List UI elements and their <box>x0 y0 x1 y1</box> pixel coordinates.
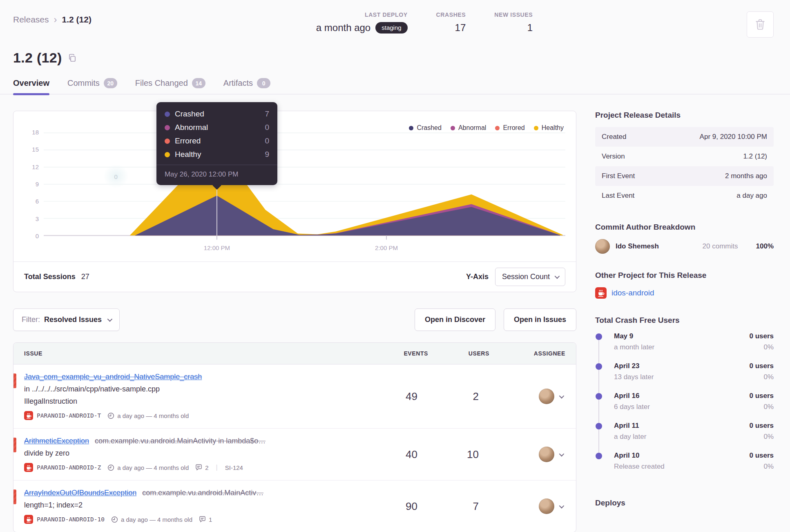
issue-title-link[interactable]: ArrayIndexOutOfBoundsException <box>24 489 136 497</box>
issues-filter-dropdown[interactable]: Filter: Resolved Issues <box>13 308 120 331</box>
coffee-cup-icon <box>24 515 33 524</box>
crashfree-item: April 230 users 13 days later0% <box>595 362 774 392</box>
legend-crashed: Crashed <box>409 124 441 132</box>
legend-healthy: Healthy <box>534 124 564 132</box>
clock-icon <box>107 412 114 419</box>
issues-table-header: ISSUE EVENTS USERS ASSIGNEE <box>13 343 576 364</box>
col-users: USERS <box>428 350 489 357</box>
crashfree-item: April 160 users 6 days later0% <box>595 392 774 422</box>
clock-icon <box>111 516 118 523</box>
copy-icon <box>68 54 77 63</box>
release-stats: LAST DEPLOY a month ago staging CRASHES … <box>316 11 533 34</box>
assignee-avatar[interactable] <box>539 447 554 462</box>
issue-users-count: 2 <box>428 373 489 420</box>
detail-created: CreatedApr 9, 2020 10:00 PM <box>595 127 774 147</box>
stat-crashes-value: 17 <box>436 22 466 34</box>
legend-errored: Errored <box>495 124 524 132</box>
legend-crashed-label: Crashed <box>417 124 441 132</box>
tab-overview[interactable]: Overview <box>13 78 49 94</box>
timeline-dot-icon <box>596 363 602 370</box>
tooltip-row-abnormal: Abnormal 0 <box>165 123 269 132</box>
issue-comments[interactable]: 2 <box>195 464 208 471</box>
tooltip-errored-dot <box>165 139 170 144</box>
tooltip-healthy-dot <box>165 152 170 157</box>
stat-crashes-label: CRASHES <box>436 11 466 18</box>
issue-age: a day ago — 4 months old <box>107 412 189 419</box>
timeline-dot-icon <box>596 423 602 429</box>
legend-abnormal: Abnormal <box>451 124 486 132</box>
breadcrumb-releases-link[interactable]: Releases <box>13 15 49 25</box>
timeline-dot-icon <box>596 393 602 400</box>
other-project-link-row: idos-android <box>595 287 774 299</box>
project-badge[interactable]: PARANOID-ANDROID-10 <box>24 515 105 524</box>
issue-title-link[interactable]: ArithmeticException <box>24 437 89 445</box>
coffee-cup-icon <box>595 287 607 299</box>
issue-events-count: 90 <box>367 489 428 524</box>
tooltip-row-errored: Errored 0 <box>165 136 269 145</box>
tab-commits[interactable]: Commits 20 <box>67 78 117 94</box>
tab-commits-badge: 20 <box>104 78 117 88</box>
assignee-dropdown-chevron-icon[interactable] <box>559 451 565 456</box>
issue-events-count: 40 <box>367 437 428 472</box>
copy-version-button[interactable] <box>68 54 77 63</box>
assignee-dropdown-chevron-icon[interactable] <box>559 503 565 508</box>
issue-users-count: 10 <box>428 437 489 472</box>
detail-version: Version1.2 (12) <box>595 147 774 166</box>
resolved-marker <box>13 373 16 388</box>
open-in-discover-button[interactable]: Open in Discover <box>415 308 495 331</box>
timeline-dot-icon <box>596 333 602 340</box>
comment-icon <box>199 516 206 523</box>
issue-title-link[interactable]: Java_com_example_vu_android_NativeSample… <box>24 373 202 381</box>
resolved-marker <box>13 490 16 504</box>
tooltip-crashed-dot <box>165 112 170 117</box>
y-axis-select[interactable]: Session Count <box>495 268 565 286</box>
tab-artifacts[interactable]: Artifacts 0 <box>223 78 270 94</box>
project-slug: PARANOID-ANDROID-T <box>37 412 101 419</box>
assignee-avatar[interactable] <box>539 498 554 514</box>
issue-row-1: Java_com_example_vu_android_NativeSample… <box>13 364 576 429</box>
total-sessions-label: Total Sessions <box>24 273 76 281</box>
sessions-chart-card: Crashed Abnormal Errored Healthy <box>13 111 576 292</box>
filter-value: Resolved Issues <box>44 315 102 324</box>
stat-last-deploy-value: a month ago <box>316 22 370 34</box>
other-project-link[interactable]: idos-android <box>611 288 654 297</box>
sessions-area-chart[interactable]: 0 12:00 PM 2:00 PM Crashed 7 Abnorm <box>44 121 565 240</box>
legend-abnormal-dot <box>451 126 455 130</box>
stat-last-deploy: LAST DEPLOY a month ago staging <box>316 11 408 34</box>
legend-crashed-dot <box>409 126 413 130</box>
section-title: Deploys <box>595 498 774 507</box>
total-crash-free-users: Total Crash Free Users May 90 users a mo… <box>595 316 774 481</box>
x-tick-2pm: 2:00 PM <box>375 244 398 251</box>
stat-crashes: CRASHES 17 <box>436 11 466 34</box>
chart-legend: Crashed Abnormal Errored Healthy <box>409 124 564 132</box>
open-in-issues-button[interactable]: Open in Issues <box>504 308 576 331</box>
delete-release-button[interactable] <box>747 11 774 38</box>
tab-artifacts-badge: 0 <box>257 78 270 88</box>
col-events: EVENTS <box>367 350 428 357</box>
chevron-down-icon <box>107 317 113 322</box>
project-badge[interactable]: PARANOID-ANDROID-T <box>24 411 101 420</box>
issue-row-3: ArrayIndexOutOfBoundsException com.examp… <box>13 481 576 532</box>
chart-zero-watermark: 0 <box>114 173 117 180</box>
detail-last-event: Last Eventa day ago <box>595 186 774 206</box>
page-title: 1.2 (12) <box>13 50 62 66</box>
issue-comments[interactable]: 1 <box>199 516 212 523</box>
legend-abnormal-label: Abnormal <box>458 124 486 132</box>
issue-culprit: com.example.vu.android.MainActivity in l… <box>95 437 266 445</box>
tab-files-changed[interactable]: Files Changed 14 <box>135 78 205 94</box>
section-title: Commit Author Breakdown <box>595 223 774 232</box>
page-header: Releases › 1.2 (12) LAST DEPLOY a month … <box>0 0 790 38</box>
legend-healthy-dot <box>534 126 538 130</box>
project-badge[interactable]: PARANOID-ANDROID-Z <box>24 463 101 472</box>
chart-y-axis: 1815 129 63 0 <box>20 121 44 240</box>
issue-events-count: 49 <box>367 373 428 420</box>
resolved-marker <box>13 438 16 452</box>
stat-new-issues-label: NEW ISSUES <box>494 11 533 18</box>
issue-users-count: 7 <box>428 489 489 524</box>
author-percent: 100% <box>756 242 774 250</box>
total-sessions: Total Sessions 27 <box>24 273 89 281</box>
timeline-dot-icon <box>596 453 602 459</box>
assignee-avatar[interactable] <box>539 389 554 404</box>
assignee-dropdown-chevron-icon[interactable] <box>559 393 565 398</box>
coffee-cup-icon <box>24 463 33 472</box>
